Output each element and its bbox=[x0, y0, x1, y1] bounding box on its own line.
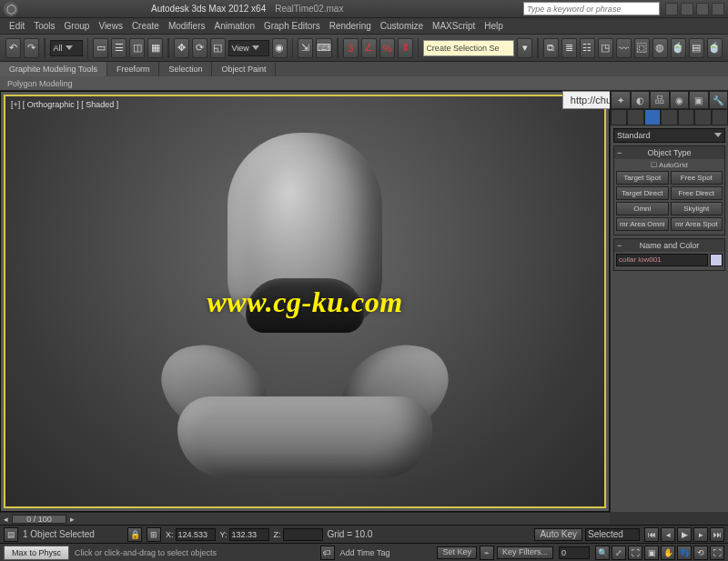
select-object-button[interactable]: ▭ bbox=[93, 38, 108, 58]
time-next-button[interactable]: ▸ bbox=[70, 515, 75, 524]
nav-fov-button[interactable]: ▣ bbox=[644, 546, 659, 560]
window-crossing-button[interactable]: ▦ bbox=[147, 38, 163, 58]
z-coord-input[interactable] bbox=[283, 528, 323, 541]
key-target-dropdown[interactable]: Selected bbox=[585, 528, 640, 541]
use-pivot-button[interactable]: ◉ bbox=[272, 38, 288, 58]
align-button[interactable]: ≣ bbox=[561, 38, 577, 58]
move-button[interactable]: ✥ bbox=[174, 38, 189, 58]
goto-end-button[interactable]: ⏭ bbox=[710, 527, 724, 542]
menu-rendering[interactable]: Rendering bbox=[329, 21, 371, 31]
light-free-direct[interactable]: Free Direct bbox=[671, 186, 723, 200]
schematic-view-button[interactable]: ⿴ bbox=[634, 38, 650, 58]
cp-sub-lights[interactable] bbox=[644, 109, 661, 125]
cp-sub-shapes[interactable] bbox=[627, 109, 643, 125]
help-icon[interactable] bbox=[665, 3, 678, 15]
key-filters-button[interactable]: Key Filters... bbox=[497, 546, 553, 559]
rotate-button[interactable]: ⟳ bbox=[192, 38, 207, 58]
rollout-name-color-header[interactable]: Name and Color bbox=[614, 239, 724, 252]
light-target-direct[interactable]: Target Direct bbox=[616, 186, 669, 200]
light-category-dropdown[interactable]: Standard bbox=[613, 128, 725, 143]
set-key-button[interactable]: Set Key bbox=[437, 546, 477, 559]
add-time-tag-label[interactable]: Add Time Tag bbox=[340, 548, 390, 557]
cp-sub-helpers[interactable] bbox=[678, 109, 694, 125]
spinner-snap-button[interactable]: ⇕ bbox=[398, 38, 413, 58]
maximize-icon[interactable] bbox=[696, 3, 709, 15]
ref-coord-dropdown[interactable]: View bbox=[228, 40, 269, 56]
cp-sub-cameras[interactable] bbox=[661, 109, 677, 125]
current-frame-input[interactable] bbox=[559, 546, 590, 559]
autogrid-checkbox[interactable]: ☐ AutoGrid bbox=[616, 161, 723, 169]
menu-edit[interactable]: Edit bbox=[9, 21, 25, 31]
cp-sub-spacewarps[interactable] bbox=[694, 109, 711, 125]
play-button[interactable]: ▶ bbox=[677, 527, 692, 542]
select-region-button[interactable]: ◫ bbox=[129, 38, 145, 58]
light-skylight[interactable]: Skylight bbox=[671, 202, 723, 215]
material-editor-button[interactable]: ◍ bbox=[652, 38, 668, 58]
cp-tab-utilities[interactable]: 🔧 bbox=[709, 91, 729, 109]
cp-sub-geometry[interactable] bbox=[611, 109, 627, 125]
named-sel-dropdown[interactable]: ▾ bbox=[517, 38, 532, 58]
nav-zoom-button[interactable]: 🔍 bbox=[595, 546, 610, 560]
lock-selection-button[interactable]: 🔒 bbox=[127, 527, 142, 542]
y-coord-input[interactable] bbox=[229, 528, 269, 541]
layer-manager-button[interactable]: ☷ bbox=[580, 38, 595, 58]
menu-create[interactable]: Create bbox=[132, 21, 159, 31]
time-prev-button[interactable]: ◂ bbox=[4, 515, 8, 524]
auto-key-button[interactable]: Auto Key bbox=[534, 528, 582, 541]
time-slider-handle[interactable]: 0 / 100 bbox=[12, 515, 66, 524]
object-name-input[interactable]: collar low001 bbox=[616, 254, 708, 266]
close-icon[interactable] bbox=[712, 3, 724, 15]
menu-tools[interactable]: Tools bbox=[34, 21, 55, 31]
select-by-name-button[interactable]: ☰ bbox=[111, 38, 126, 58]
menu-group[interactable]: Group bbox=[65, 21, 90, 31]
nav-pan-button[interactable]: ✋ bbox=[661, 546, 675, 560]
menu-customize[interactable]: Customize bbox=[380, 21, 423, 31]
graphite-toggle-button[interactable]: ◳ bbox=[598, 38, 613, 58]
redo-button[interactable]: ↷ bbox=[24, 38, 39, 58]
minimize-icon[interactable] bbox=[681, 3, 693, 15]
render-button[interactable]: 🍵 bbox=[707, 38, 723, 58]
render-setup-button[interactable]: 🍵 bbox=[671, 38, 686, 58]
render-frame-button[interactable]: ▤ bbox=[689, 38, 704, 58]
next-frame-button[interactable]: ▸ bbox=[693, 527, 708, 542]
curve-editor-button[interactable]: 〰 bbox=[616, 38, 632, 58]
menu-modifiers[interactable]: Modifiers bbox=[168, 21, 206, 31]
help-search-input[interactable] bbox=[523, 2, 660, 15]
light-target-spot[interactable]: Target Spot bbox=[616, 171, 669, 185]
keyboard-shortcut-button[interactable]: ⌨ bbox=[316, 38, 332, 58]
object-color-swatch[interactable] bbox=[710, 254, 723, 266]
menu-animation[interactable]: Animation bbox=[214, 21, 254, 31]
menu-maxscript[interactable]: MAXScript bbox=[432, 21, 475, 31]
cp-tab-create[interactable]: ✦ bbox=[611, 91, 631, 109]
maxscript-button[interactable]: Max to Physc bbox=[4, 546, 69, 560]
viewport[interactable]: [+] [ Orthographic ] [ Shaded ] www.cg-k… bbox=[4, 95, 606, 508]
trackbar-toggle[interactable]: ▤ bbox=[4, 527, 18, 542]
prev-frame-button[interactable]: ◂ bbox=[661, 527, 675, 542]
selection-filter-dropdown[interactable]: All bbox=[50, 40, 83, 56]
cp-sub-systems[interactable] bbox=[712, 109, 728, 125]
cp-tab-hierarchy[interactable]: 品 bbox=[650, 91, 670, 109]
rollout-object-type-header[interactable]: Object Type bbox=[614, 146, 724, 159]
ribbon-tab-selection[interactable]: Selection bbox=[159, 62, 212, 76]
light-mr-area-spot[interactable]: mr Area Spot bbox=[671, 217, 723, 231]
light-free-spot[interactable]: Free Spot bbox=[671, 171, 723, 185]
cp-tab-display[interactable]: ▣ bbox=[689, 91, 709, 109]
key-icon[interactable]: ⌁ bbox=[480, 546, 494, 560]
menu-help[interactable]: Help bbox=[484, 21, 503, 31]
ribbon-tab-object-paint[interactable]: Object Paint bbox=[212, 62, 276, 76]
select-manipulate-button[interactable]: ⇲ bbox=[298, 38, 313, 58]
x-coord-input[interactable] bbox=[176, 528, 216, 541]
undo-button[interactable]: ↶ bbox=[5, 38, 21, 58]
light-mr-area-omni[interactable]: mr Area Omni bbox=[616, 217, 669, 231]
menu-views[interactable]: Views bbox=[98, 21, 123, 31]
snap-toggle-button[interactable]: 3 bbox=[343, 38, 359, 58]
angle-snap-button[interactable]: ∠ bbox=[361, 38, 377, 58]
time-slider[interactable]: ◂ 0 / 100 ▸ bbox=[0, 512, 610, 525]
cp-tab-motion[interactable]: ◉ bbox=[670, 91, 690, 109]
ribbon-tab-freeform[interactable]: Freeform bbox=[107, 62, 160, 76]
viewport-label[interactable]: [+] [ Orthographic ] [ Shaded ] bbox=[11, 100, 118, 109]
nav-maximize-viewport-button[interactable]: ⛶ bbox=[710, 546, 724, 560]
goto-start-button[interactable]: ⏮ bbox=[644, 527, 659, 542]
nav-zoom-all-button[interactable]: ⤢ bbox=[612, 546, 626, 560]
percent-snap-button[interactable]: % bbox=[379, 38, 395, 58]
